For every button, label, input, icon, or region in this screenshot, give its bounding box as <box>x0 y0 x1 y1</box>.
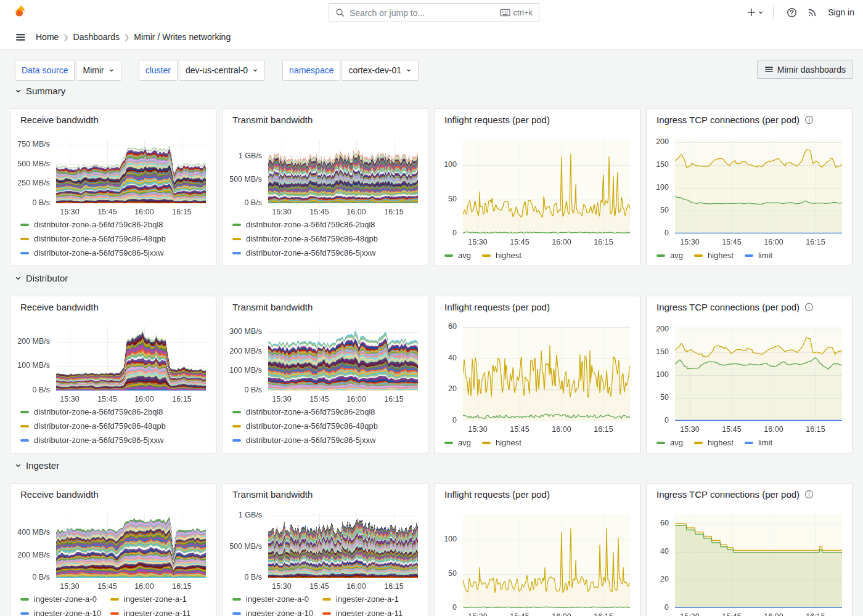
y-axis-tick-label: 60 <box>660 519 669 527</box>
x-axis-tick-label: 15:30 <box>268 582 296 591</box>
legend-item[interactable]: ingester-zone-a-10 <box>20 606 110 616</box>
legend-series-label: ingester-zone-a-10 <box>246 609 313 616</box>
y-axis-tick-label: 20 <box>448 384 457 393</box>
info-icon[interactable] <box>804 115 814 124</box>
panel-title[interactable]: Inflight requests (per pod) <box>444 115 550 125</box>
legend-series-label: distributor-zone-a-56fd759c86-48qpb <box>34 421 166 431</box>
panel-title[interactable]: Inflight requests (per pod) <box>444 489 550 500</box>
panel-title-text: Transmit bandwidth <box>232 302 313 312</box>
x-axis-tick-label: 15:45 <box>93 208 121 216</box>
x-axis-tick-label: 16:00 <box>342 582 370 591</box>
legend-item[interactable]: highest <box>482 248 521 262</box>
legend-item[interactable]: ingester-zone-a-1 <box>322 592 403 606</box>
panel-title[interactable]: Receive bandwidth <box>20 489 99 500</box>
chart-canvas <box>268 326 418 391</box>
legend-item[interactable]: ingester-zone-a-10 <box>232 606 322 616</box>
legend-item[interactable]: distributor-zone-a-56fd759c86-5jxxw <box>232 246 378 260</box>
legend-item[interactable]: ingester-zone-a-0 <box>232 592 322 606</box>
legend-item[interactable]: distributor-zone-a-56fd759c86-2bql8 <box>232 405 378 419</box>
panel-title[interactable]: Ingress TCP connections (per pod) <box>656 115 814 125</box>
legend-series-label: ingester-zone-a-11 <box>124 609 190 616</box>
panel-title[interactable]: Inflight requests (per pod) <box>444 302 550 312</box>
legend-series-color <box>482 254 491 257</box>
y-axis-tick-label: 100 MB/s <box>17 361 50 370</box>
x-axis-tick-label: 15:30 <box>464 612 492 616</box>
legend-row: avghighest <box>444 436 521 450</box>
legend-item[interactable]: limit <box>745 436 772 450</box>
legend-series-label: distributor-zone-a-56fd759c86-2bql8 <box>246 407 375 416</box>
legend-item[interactable]: avg <box>444 436 471 450</box>
legend-item[interactable]: distributor-zone-a-56fd759c86-2bql8 <box>20 405 166 419</box>
legend-item[interactable]: highest <box>482 436 521 450</box>
x-axis-tick-label: 15:30 <box>676 612 704 616</box>
legend-item[interactable]: distributor-zone-a-56fd759c86-5jxxw <box>232 433 378 447</box>
legend-series-color <box>745 442 753 444</box>
panel-title[interactable]: Transmit bandwidth <box>232 115 313 125</box>
y-axis-tick-label: 0 <box>665 603 669 612</box>
panel-title[interactable]: Receive bandwidth <box>20 115 99 125</box>
panel-legend: distributor-zone-a-56fd759c86-2bql8distr… <box>232 405 378 447</box>
row-header-summary[interactable]: Summary <box>15 86 65 96</box>
row-title: Summary <box>26 86 65 96</box>
legend-item[interactable]: ingester-zone-a-11 <box>110 606 190 616</box>
chart-canvas <box>463 514 630 608</box>
legend-item[interactable]: highest <box>694 436 734 450</box>
legend-series-color <box>694 442 703 444</box>
legend-item[interactable]: distributor-zone-a-56fd759c86-2bql8 <box>232 217 378 232</box>
y-axis-tick-label: 500 MB/s <box>229 542 262 551</box>
legend-item[interactable]: avg <box>656 248 683 262</box>
y-axis-tick-label: 50 <box>660 393 669 402</box>
legend-item[interactable]: ingester-zone-a-0 <box>20 592 110 606</box>
y-axis-tick-label: 50 <box>660 206 669 214</box>
panel-title[interactable]: Receive bandwidth <box>20 302 99 312</box>
panel-legend: avghighestlimit <box>656 248 772 262</box>
x-axis-tick-label: 16:15 <box>380 208 408 216</box>
info-icon[interactable] <box>804 302 814 312</box>
chevron-down-icon <box>15 275 22 282</box>
panel-title[interactable]: Ingress TCP connections (per pod) <box>656 302 814 312</box>
y-axis-tick-label: 100 <box>656 183 669 192</box>
legend-item[interactable]: limit <box>745 248 772 262</box>
y-axis-tick-label: 50 <box>448 569 457 578</box>
legend-item[interactable]: highest <box>694 248 734 262</box>
legend-item[interactable]: distributor-zone-a-56fd759c86-2bql8 <box>20 217 166 232</box>
legend-item[interactable]: avg <box>656 436 683 450</box>
panel-title[interactable]: Transmit bandwidth <box>232 489 313 500</box>
y-axis-tick-label: 0 <box>452 229 457 237</box>
legend-item[interactable]: distributor-zone-a-56fd759c86-5jxxw <box>20 246 166 260</box>
legend-item[interactable]: distributor-zone-a-56fd759c86-48qpb <box>20 419 166 433</box>
legend-item[interactable]: avg <box>444 248 471 262</box>
legend-item[interactable]: distributor-zone-a-56fd759c86-5jxxw <box>20 433 166 447</box>
legend-item[interactable]: ingester-zone-a-11 <box>322 606 403 616</box>
panel-legend: avghighestlimit <box>656 436 772 450</box>
x-axis-tick-label: 16:15 <box>589 425 618 434</box>
x-axis-tick-label: 15:30 <box>676 238 704 246</box>
y-axis-tick-label: 200 <box>656 137 669 146</box>
legend-series-color <box>322 598 331 601</box>
legend-series-label: highest <box>708 251 734 260</box>
legend-series-label: highest <box>708 438 734 447</box>
row-header-distributor[interactable]: Distributor <box>15 273 68 283</box>
legend-item[interactable]: ingester-zone-a-1 <box>110 592 190 606</box>
y-axis-tick-label: 60 <box>448 322 457 331</box>
legend-series-color <box>110 612 119 615</box>
legend-series-color <box>20 439 29 442</box>
x-axis-tick-label: 15:45 <box>718 425 746 434</box>
legend-series-label: ingester-zone-a-1 <box>336 594 399 604</box>
panel-inflight-requests-per-pod-: Inflight requests (per pod)10050015:3015… <box>434 483 640 616</box>
info-icon[interactable] <box>804 490 814 499</box>
panel-title-text: Receive bandwidth <box>20 302 99 312</box>
y-axis-tick-label: 40 <box>660 547 669 556</box>
panel-title[interactable]: Ingress TCP connections (per pod) <box>656 489 814 500</box>
legend-series-label: distributor-zone-a-56fd759c86-2bql8 <box>34 407 163 416</box>
row-header-ingester[interactable]: Ingester <box>15 460 59 471</box>
panel-title[interactable]: Transmit bandwidth <box>232 302 313 312</box>
legend-series-label: avg <box>458 438 471 447</box>
x-axis-tick-label: 15:45 <box>305 208 333 216</box>
panel-receive-bandwidth: Receive bandwidth750 MB/s500 MB/s250 MB/… <box>10 108 216 266</box>
legend-item[interactable]: distributor-zone-a-56fd759c86-48qpb <box>232 232 378 246</box>
panel-legend: ingester-zone-a-0ingester-zone-a-1ingest… <box>20 592 190 616</box>
legend-series-color <box>694 254 703 257</box>
legend-item[interactable]: distributor-zone-a-56fd759c86-48qpb <box>20 232 166 246</box>
legend-item[interactable]: distributor-zone-a-56fd759c86-48qpb <box>232 419 378 433</box>
